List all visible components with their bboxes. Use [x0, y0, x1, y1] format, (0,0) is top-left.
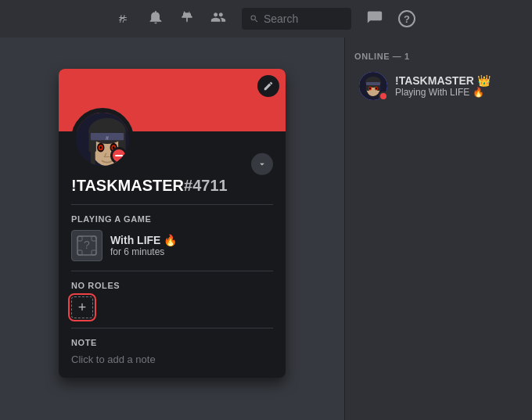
profile-avatar: # [71, 108, 134, 171]
svg-text:#: # [106, 135, 109, 141]
top-nav: ? [0, 0, 532, 38]
game-activity: ? With LIFE 🔥 for 6 minutes [71, 230, 273, 261]
member-activity: Playing With LIFE 🔥 [395, 87, 491, 98]
svg-point-30 [376, 88, 377, 89]
divider-3 [71, 328, 273, 328]
member-info: !TASKMASTER 👑 Playing With LIFE 🔥 [395, 74, 491, 98]
chevron-button[interactable] [251, 153, 273, 175]
member-name: !TASKMASTER 👑 [395, 74, 491, 87]
right-sidebar: ONLINE — 1 [344, 38, 532, 420]
search-icon [250, 13, 259, 24]
game-info: With LIFE 🔥 for 6 minutes [110, 234, 177, 257]
roles-section: NO ROLES + [71, 281, 273, 318]
status-indicator [110, 147, 128, 164]
game-name: With LIFE 🔥 [110, 234, 177, 246]
svg-rect-5 [91, 140, 95, 167]
username-text: !TASKMASTER [71, 177, 184, 194]
avatar-image: # [76, 113, 134, 171]
edit-button[interactable] [257, 75, 279, 97]
playing-section: PLAYING A GAME ? [71, 214, 273, 261]
member-item[interactable]: !TASKMASTER 👑 Playing With LIFE 🔥 [350, 67, 527, 105]
svg-rect-26 [366, 82, 380, 85]
avatar-section: # [59, 131, 286, 171]
profile-body: !TASKMASTER#4711 PLAYING A GAME ? [59, 171, 286, 378]
playing-label: PLAYING A GAME [71, 214, 273, 224]
bell-icon[interactable] [148, 9, 164, 29]
username-display: !TASKMASTER#4711 [71, 177, 273, 195]
svg-text:?: ? [84, 239, 90, 251]
profile-card: # [59, 69, 286, 378]
member-avatar-wrap [359, 72, 387, 100]
help-icon[interactable]: ? [398, 10, 415, 27]
search-bar[interactable] [242, 8, 351, 30]
note-input[interactable]: Click to add a note [71, 354, 273, 365]
svg-point-29 [369, 88, 371, 89]
inbox-icon[interactable] [367, 9, 383, 29]
add-role-button[interactable]: + [71, 296, 93, 318]
roles-label: NO ROLES [71, 281, 273, 290]
online-header: ONLINE — 1 [345, 45, 532, 67]
game-icon: ? [71, 230, 102, 261]
plus-icon: + [78, 300, 87, 316]
discriminator-text: #4711 [184, 177, 228, 194]
note-section: NOTE Click to add a note [71, 338, 273, 365]
people-icon[interactable] [210, 9, 226, 29]
left-area: # [0, 38, 344, 420]
game-time: for 6 minutes [110, 246, 177, 257]
pin-icon[interactable] [179, 9, 195, 29]
main-layout: # [0, 38, 532, 420]
divider-2 [71, 271, 273, 271]
hashtag-icon[interactable] [117, 9, 132, 29]
status-dot [379, 92, 388, 101]
note-label: NOTE [71, 338, 273, 347]
divider [71, 204, 273, 205]
search-input[interactable] [264, 13, 343, 25]
svg-point-13 [100, 146, 102, 149]
